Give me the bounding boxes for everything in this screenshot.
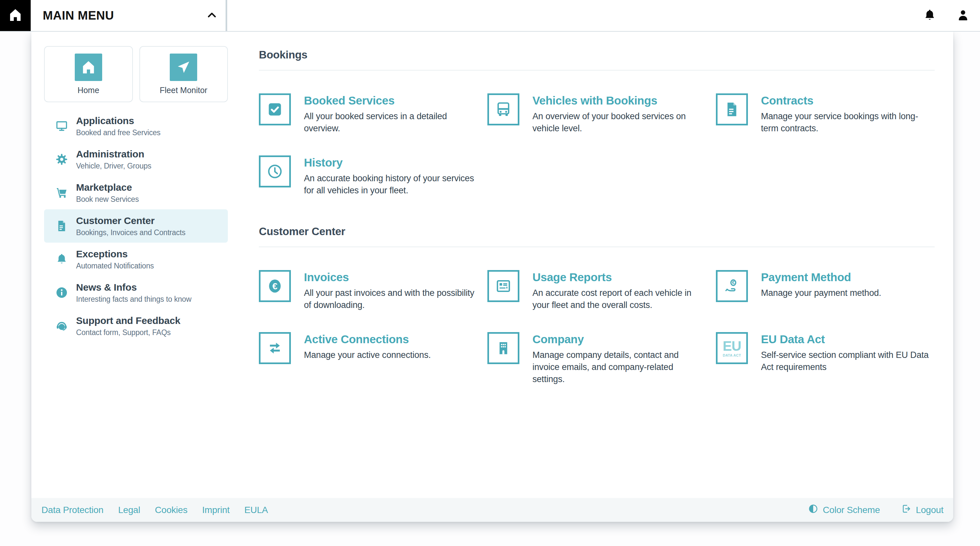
section-title: Customer Center <box>259 225 935 238</box>
sidebar-item-support-feedback[interactable]: Support and Feedback Contact form, Suppo… <box>44 309 228 342</box>
color-scheme-button[interactable]: Color Scheme <box>808 503 880 516</box>
footer-link-data-protection[interactable]: Data Protection <box>41 505 103 515</box>
footer-link-cookies[interactable]: Cookies <box>155 505 188 515</box>
card-title: Invoices <box>304 271 477 284</box>
logout-label: Logout <box>916 505 943 515</box>
sidebar-item-news-infos[interactable]: News & Infos Interesting facts and thing… <box>44 276 228 309</box>
card-description: Manage your payment method. <box>761 287 881 299</box>
card-contracts[interactable]: Contracts Manage your service bookings w… <box>716 93 935 135</box>
sidebar-menu: Applications Booked and free Services Ad… <box>44 110 228 342</box>
panel-footer: Data Protection Legal Cookies Imprint EU… <box>31 498 953 522</box>
menu-content: Bookings Booked Services All your booked… <box>228 32 953 522</box>
navigation-arrow-icon <box>170 54 197 81</box>
section-cards: € Invoices All your past invoices and wi… <box>259 270 935 385</box>
card-title: EU Data Act <box>761 333 934 346</box>
app-logo-home-button[interactable] <box>0 0 31 31</box>
bus-icon <box>487 93 519 126</box>
sidebar-item-description: Interesting facts and things to know <box>76 294 191 304</box>
card-vehicles-with-bookings[interactable]: Vehicles with Bookings An overview of yo… <box>487 93 706 135</box>
card-booked-services[interactable]: Booked Services All your booked services… <box>259 93 477 135</box>
eu-data-act-icon-subtext: DATA ACT <box>723 353 741 357</box>
main-menu-title: MAIN MENU <box>43 0 114 31</box>
document-icon <box>52 220 72 232</box>
monitor-icon <box>52 119 72 132</box>
card-invoices[interactable]: € Invoices All your past invoices and wi… <box>259 270 477 311</box>
svg-text:€: € <box>272 281 277 291</box>
tile-label: Home <box>77 86 99 95</box>
card-title: Booked Services <box>304 94 477 107</box>
header-actions <box>923 0 970 31</box>
sidebar-item-label: Administration <box>76 148 151 160</box>
card-description: Manage your active connections. <box>304 349 431 361</box>
tile-label: Fleet Monitor <box>160 86 207 95</box>
sidebar-item-description: Bookings, Invoices and Contracts <box>76 228 185 237</box>
color-scheme-label: Color Scheme <box>823 505 880 515</box>
footer-link-legal[interactable]: Legal <box>118 505 140 515</box>
section-divider <box>259 70 935 70</box>
card-title: Vehicles with Bookings <box>533 94 705 107</box>
chevron-up-icon <box>205 8 218 22</box>
transfer-arrows-icon <box>259 332 291 364</box>
card-title: Payment Method <box>761 271 881 284</box>
sidebar-item-description: Vehicle, Driver, Groups <box>76 161 151 171</box>
collapse-menu-button[interactable] <box>204 0 220 31</box>
footer-links: Data Protection Legal Cookies Imprint EU… <box>41 505 268 515</box>
clock-icon <box>259 156 291 188</box>
sidebar-item-description: Book new Services <box>76 195 139 204</box>
card-active-connections[interactable]: Active Connections Manage your active co… <box>259 332 477 385</box>
account-button[interactable] <box>956 8 970 23</box>
footer-link-eula[interactable]: EULA <box>244 505 268 515</box>
bell-icon <box>923 8 937 24</box>
report-icon <box>487 270 519 302</box>
top-bar: MAIN MENU <box>0 0 980 32</box>
sidebar-item-exceptions[interactable]: Exceptions Automated Notifications <box>44 243 228 276</box>
app-screen: MAIN MENU <box>0 0 980 546</box>
home-icon <box>75 54 102 81</box>
sidebar-item-label: Customer Center <box>76 215 185 227</box>
info-icon <box>52 286 72 299</box>
sidebar-item-label: News & Infos <box>76 281 191 294</box>
sidebar-item-description: Contact form, Support, FAQs <box>76 328 180 337</box>
sidebar-item-description: Automated Notifications <box>76 261 154 271</box>
card-title: History <box>304 156 477 169</box>
sidebar-item-label: Exceptions <box>76 248 154 260</box>
user-icon <box>956 8 970 24</box>
card-usage-reports[interactable]: Usage Reports An accurate cost report of… <box>487 270 706 311</box>
card-description: An overview of your booked services on v… <box>533 110 705 135</box>
section-title: Bookings <box>259 49 935 61</box>
card-eu-data-act[interactable]: EU DATA ACT EU Data Act Self-service sec… <box>716 332 935 385</box>
main-menu-panel: Home Fleet Monitor Applications B <box>31 32 953 522</box>
document-icon <box>716 93 748 126</box>
bell-icon <box>52 253 72 266</box>
quick-tiles: Home Fleet Monitor <box>44 46 228 102</box>
sidebar-item-label: Support and Feedback <box>76 314 180 327</box>
checkbox-checked-icon <box>259 93 291 126</box>
card-description: Self-service section compliant with EU D… <box>761 349 934 373</box>
notifications-button[interactable] <box>923 8 937 23</box>
card-title: Usage Reports <box>533 271 705 284</box>
svg-text:€: € <box>732 280 735 285</box>
section-cards: Booked Services All your booked services… <box>259 93 935 197</box>
logout-button[interactable]: Logout <box>901 503 943 516</box>
card-company[interactable]: Company Manage company details, contact … <box>487 332 706 385</box>
home-icon <box>8 8 23 24</box>
tile-fleet-monitor[interactable]: Fleet Monitor <box>139 46 228 102</box>
footer-link-imprint[interactable]: Imprint <box>202 505 229 515</box>
tile-home[interactable]: Home <box>44 46 133 102</box>
sidebar-item-administration[interactable]: Administration Vehicle, Driver, Groups <box>44 143 228 176</box>
logout-icon <box>901 503 912 516</box>
sidebar-item-applications[interactable]: Applications Booked and free Services <box>44 110 228 143</box>
card-title: Active Connections <box>304 333 431 346</box>
card-description: An accurate booking history of your serv… <box>304 172 477 197</box>
card-payment-method[interactable]: € Payment Method Manage your payment met… <box>716 270 935 311</box>
eu-data-act-icon-text: EU <box>723 339 741 353</box>
card-title: Contracts <box>761 94 934 107</box>
sidebar-item-marketplace[interactable]: Marketplace Book new Services <box>44 176 228 209</box>
card-description: All your past invoices and with the poss… <box>304 287 477 311</box>
card-history[interactable]: History An accurate booking history of y… <box>259 156 477 197</box>
menu-sidebar: Home Fleet Monitor Applications B <box>31 32 228 522</box>
footer-actions: Color Scheme Logout <box>808 503 943 516</box>
sidebar-item-customer-center[interactable]: Customer Center Bookings, Invoices and C… <box>44 209 228 243</box>
section-divider <box>259 247 935 247</box>
section-customer-center: Customer Center € Invoices All your past… <box>259 225 935 385</box>
